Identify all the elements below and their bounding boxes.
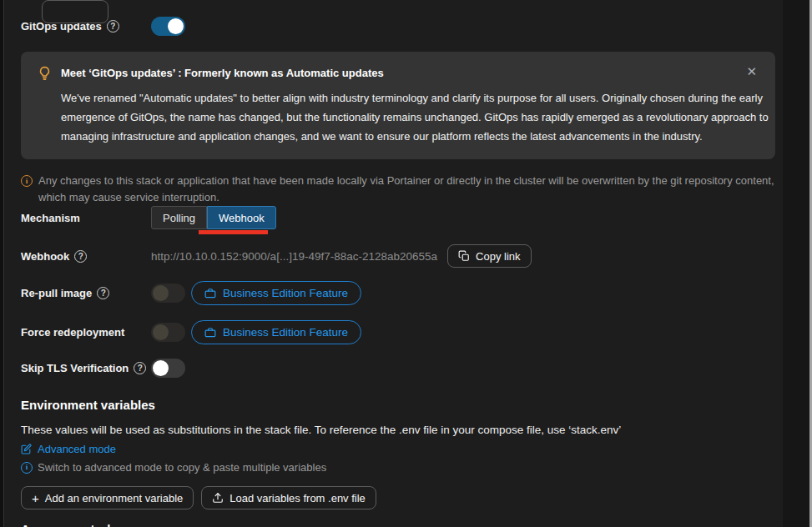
toggle-knob <box>153 285 169 301</box>
mechanism-label: Mechanism <box>21 212 151 224</box>
webhook-url: http://10.10.0.152:9000/a[...]19-49f7-88… <box>151 250 437 263</box>
skip-tls-label: Skip TLS Verification <box>21 362 151 374</box>
skip-tls-toggle[interactable] <box>151 359 185 378</box>
help-icon[interactable] <box>74 250 87 263</box>
mechanism-row: Mechanism Polling Webhook <box>21 206 778 229</box>
business-edition-badge[interactable]: Business Edition Feature <box>191 320 361 344</box>
toggle-knob <box>153 324 169 340</box>
advanced-mode-note: Switch to advanced mode to copy & paste … <box>21 460 778 474</box>
advanced-mode-note-text: Switch to advanced mode to copy & paste … <box>38 460 326 474</box>
access-control-heading: Access control <box>21 522 778 527</box>
tab-webhook[interactable]: Webhook <box>207 206 276 229</box>
stack-editor-screen: GitOps updates Meet ‘GitOps updates’ : F… <box>0 0 812 527</box>
copy-link-button[interactable]: Copy link <box>447 244 531 268</box>
info-circle-icon <box>21 462 33 474</box>
load-env-file-button[interactable]: Load variables from .env file <box>201 486 376 509</box>
webhook-row: Webhook http://10.10.0.152:9000/a[...]19… <box>21 244 778 268</box>
form-content: GitOps updates Meet ‘GitOps updates’ : F… <box>21 17 778 527</box>
env-variable-buttons: Add an environment variable Load variabl… <box>21 486 778 509</box>
panel-border-line <box>3 0 4 527</box>
plus-icon <box>32 492 39 504</box>
gitops-rename-banner: Meet ‘GitOps updates’ : Formerly known a… <box>21 52 775 159</box>
banner-body: We've renamed "Automatic updates" to bet… <box>61 88 779 146</box>
env-variables-heading: Environment variables <box>21 397 778 413</box>
help-icon[interactable] <box>134 362 146 374</box>
annotation-red-underline <box>199 230 268 234</box>
clipped-top-button[interactable] <box>42 0 108 23</box>
add-env-variable-button[interactable]: Add an environment variable <box>21 486 194 509</box>
force-redeploy-row: Force redeployment Business Edition Feat… <box>21 320 778 344</box>
mechanism-label-text: Mechanism <box>21 212 80 224</box>
copy-icon <box>458 250 470 262</box>
upload-icon <box>212 492 224 504</box>
add-env-variable-label: Add an environment variable <box>45 492 184 504</box>
lightbulb-icon <box>38 66 52 80</box>
force-redeploy-label-text: Force redeployment <box>21 326 124 339</box>
briefcase-icon <box>204 327 216 339</box>
info-circle-icon <box>21 175 33 187</box>
edit-icon <box>21 444 32 454</box>
business-edition-badge-label: Business Edition Feature <box>223 287 348 299</box>
business-edition-badge[interactable]: Business Edition Feature <box>191 281 361 305</box>
load-env-file-label: Load variables from .env file <box>229 492 366 504</box>
overwrite-warning-text: Any changes to this stack or application… <box>38 173 782 206</box>
webhook-label: Webhook <box>21 250 151 263</box>
gitops-updates-toggle[interactable] <box>151 17 185 36</box>
advanced-mode-link[interactable]: Advanced mode <box>21 442 116 456</box>
repull-image-toggle <box>151 284 185 303</box>
business-edition-badge-label: Business Edition Feature <box>223 326 348 339</box>
right-edge-strip <box>783 0 809 527</box>
overwrite-warning: Any changes to this stack or application… <box>21 173 782 206</box>
banner-title-row: Meet ‘GitOps updates’ : Formerly known a… <box>38 66 759 80</box>
skip-tls-label-text: Skip TLS Verification <box>21 362 129 374</box>
gitops-updates-row: GitOps updates <box>21 17 778 36</box>
webhook-label-text: Webhook <box>21 250 69 263</box>
force-redeploy-toggle <box>151 323 185 342</box>
toggle-knob <box>168 18 184 34</box>
advanced-mode-link-label: Advanced mode <box>38 442 116 456</box>
copy-link-label: Copy link <box>476 250 520 263</box>
repull-image-row: Re-pull image Business Edition Feature <box>21 281 778 305</box>
banner-title: Meet ‘GitOps updates’ : Formerly known a… <box>61 67 384 79</box>
tab-polling[interactable]: Polling <box>151 206 207 229</box>
repull-image-label-text: Re-pull image <box>21 287 92 299</box>
help-icon[interactable] <box>107 20 119 33</box>
repull-image-label: Re-pull image <box>21 287 151 299</box>
close-icon[interactable]: ✕ <box>746 65 757 78</box>
force-redeploy-label: Force redeployment <box>21 326 151 339</box>
toggle-knob <box>153 360 169 376</box>
help-icon[interactable] <box>97 287 109 299</box>
skip-tls-row: Skip TLS Verification <box>21 359 778 378</box>
briefcase-icon <box>204 288 216 299</box>
env-variables-description: These values will be used as substitutio… <box>21 423 778 438</box>
mechanism-tabgroup: Polling Webhook <box>151 206 276 229</box>
